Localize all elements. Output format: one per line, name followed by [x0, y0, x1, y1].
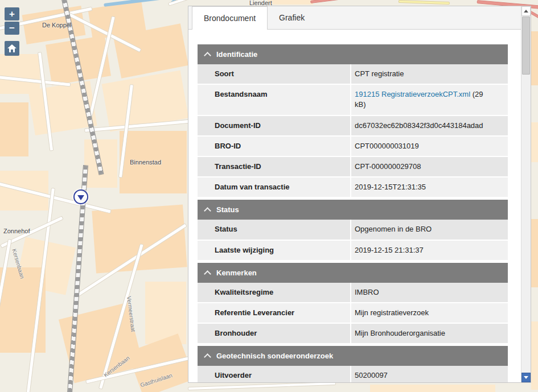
tab-grafiek[interactable]: Grafiek: [268, 6, 316, 29]
zoom-out-button[interactable]: −: [5, 22, 19, 35]
table-row: Datum van transactie2019-12-15T21:31:35: [198, 178, 508, 198]
row-value: IMBRO: [351, 283, 508, 302]
map-area: [0, 54, 40, 94]
row-label: Bestandsnaam: [198, 85, 351, 114]
map-road: [188, 382, 336, 390]
home-button[interactable]: [5, 41, 19, 56]
row-value: dc67032ec62b08342f3d0c443184adad: [351, 116, 508, 135]
row-label: BRO-ID: [198, 137, 351, 156]
row-label: Soort: [198, 64, 351, 84]
sections-container: IdentificatieSoortCPT registratieBestand…: [198, 44, 508, 382]
row-label: Bronhouder: [198, 324, 351, 343]
scroll-down-button[interactable]: [521, 373, 531, 382]
map-area: [0, 102, 28, 156]
chevron-up-icon: [204, 353, 211, 361]
row-value: CPT-000000029708: [351, 157, 508, 176]
section-title: Kenmerken: [216, 269, 257, 277]
row-value: Mijn Bronhouderorganisatie: [351, 324, 508, 343]
tab-brondocument[interactable]: Brondocument: [192, 6, 268, 30]
triangle-down-icon: [77, 195, 84, 200]
table-row: Bestandsnaam191215 RegistratieverzoekCPT…: [198, 85, 508, 115]
row-label: Transactie-ID: [198, 157, 351, 176]
chevron-up-icon: [204, 52, 211, 59]
scroll-up-button[interactable]: [521, 6, 531, 16]
app-window: + − LiendertDe KoppelBinnenstadZonnehofK…: [0, 0, 538, 392]
zoom-in-button[interactable]: +: [5, 7, 19, 20]
row-value: CPT registratie: [351, 64, 508, 84]
table-row: Referentie LeverancierMijn registratieve…: [198, 303, 508, 324]
map-road: [310, 0, 347, 3]
table-row: Transactie-IDCPT-000000029708: [198, 157, 508, 178]
table-row: Uitvoerder50200097: [198, 366, 508, 382]
section-title: Identificatie: [216, 50, 257, 59]
map-area: [370, 385, 495, 392]
table-row: Document-IDdc67032ec62b08342f3d0c443184a…: [198, 116, 508, 137]
map-label: De Koppel: [42, 22, 71, 28]
detail-panel: BrondocumentGrafiek IdentificatieSoortCP…: [188, 6, 531, 383]
table-row: BRO-IDCPT000000031019: [198, 137, 508, 157]
map-area: [145, 282, 186, 344]
row-label: Uitvoerder: [198, 366, 351, 382]
scrollbar[interactable]: [521, 6, 531, 382]
row-label: Kwaliteitsregime: [198, 283, 351, 302]
row-value: Opgenomen in de BRO: [351, 220, 508, 239]
row-value: Mijn registratieverzoek: [351, 303, 508, 323]
section-header[interactable]: Kenmerken: [198, 263, 508, 283]
section-header[interactable]: Geotechnisch sondeeronderzoek: [198, 346, 508, 366]
triangle-up-icon: [524, 10, 528, 13]
map-road: [399, 0, 450, 5]
map-label: Binnenstad: [130, 159, 161, 166]
row-value: 191215 RegistratieverzoekCPT.xml (29 kB): [351, 85, 508, 114]
section-title: Geotechnisch sondeeronderzoek: [216, 352, 333, 360]
row-value: 2019-12-15T21:31:35: [351, 178, 508, 197]
map-area: [531, 122, 538, 162]
row-value: 2019-12-15 21:31:37: [351, 241, 508, 260]
table-row: Laatste wijziging2019-12-15 21:31:37: [198, 241, 508, 261]
row-label: Document-ID: [198, 116, 351, 135]
row-value: 50200097: [351, 366, 508, 382]
chevron-up-icon: [204, 270, 211, 278]
row-label: Datum van transactie: [198, 178, 351, 197]
table-row: StatusOpgenomen in de BRO: [198, 220, 508, 240]
map-area: [531, 31, 538, 85]
map-label: weg: [0, 254, 2, 265]
tab-bar: BrondocumentGrafiek: [188, 6, 521, 30]
row-label: Laatste wijziging: [198, 241, 351, 260]
section-header[interactable]: Status: [198, 200, 508, 220]
map-area: [531, 219, 538, 287]
section-title: Status: [216, 205, 239, 214]
file-link[interactable]: 191215 RegistratieverzoekCPT.xml: [355, 90, 470, 98]
triangle-down-icon: [524, 376, 528, 379]
map-area: [531, 321, 538, 390]
map-label: Zonnehof: [3, 228, 30, 234]
section-header[interactable]: Identificatie: [198, 44, 508, 64]
chevron-up-icon: [204, 207, 211, 214]
panel-body[interactable]: IdentificatieSoortCPT registratieBestand…: [188, 30, 521, 382]
map-marker[interactable]: [73, 189, 88, 204]
row-label: Status: [198, 220, 351, 239]
map-area: [268, 0, 313, 5]
table-row: BronhouderMijn Bronhouderorganisatie: [198, 324, 508, 344]
scroll-thumb[interactable]: [522, 16, 530, 75]
row-label: Referentie Leverancier: [198, 303, 351, 323]
table-row: KwaliteitsregimeIMBRO: [198, 283, 508, 303]
home-icon: [7, 44, 17, 52]
map-area: [92, 205, 187, 274]
row-value: CPT000000031019: [351, 137, 508, 156]
table-row: SoortCPT registratie: [198, 64, 508, 85]
